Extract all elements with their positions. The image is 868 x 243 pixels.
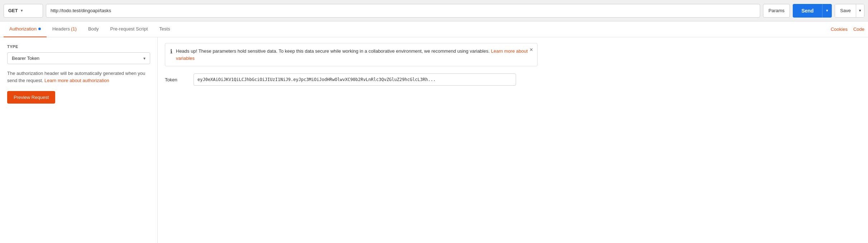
tab-headers[interactable]: Headers (1) bbox=[47, 22, 82, 37]
url-input[interactable] bbox=[46, 4, 760, 18]
main-content: TYPE Bearer Token ▾ The authorization he… bbox=[0, 37, 868, 243]
save-button[interactable]: Save bbox=[835, 4, 856, 18]
send-button[interactable]: Send bbox=[793, 4, 822, 18]
right-panel: ℹ Heads up! These parameters hold sensit… bbox=[158, 37, 868, 243]
tab-headers-label: Headers bbox=[52, 26, 70, 32]
code-link[interactable]: Code bbox=[853, 27, 864, 32]
tab-body-label: Body bbox=[88, 26, 99, 32]
alert-message: Heads up! These parameters hold sensitiv… bbox=[176, 48, 490, 54]
type-chevron-icon: ▾ bbox=[143, 56, 146, 61]
token-row: Token bbox=[165, 73, 861, 86]
send-button-group: Send ▾ bbox=[793, 4, 832, 18]
top-bar: GET ▾ Params Send ▾ Save ▾ bbox=[0, 0, 868, 22]
tab-body[interactable]: Body bbox=[82, 22, 105, 37]
token-label: Token bbox=[165, 77, 186, 82]
tab-pre-request-label: Pre-request Script bbox=[110, 26, 148, 32]
token-input[interactable] bbox=[194, 73, 516, 86]
method-dropdown[interactable]: GET ▾ bbox=[4, 4, 43, 18]
tab-tests-label: Tests bbox=[159, 26, 170, 32]
method-label: GET bbox=[8, 8, 18, 13]
type-label: TYPE bbox=[7, 44, 150, 49]
type-select[interactable]: Bearer Token ▾ bbox=[7, 52, 150, 64]
method-chevron-icon: ▾ bbox=[21, 9, 23, 13]
alert-box: ℹ Heads up! These parameters hold sensit… bbox=[165, 43, 538, 66]
preview-request-button[interactable]: Preview Request bbox=[7, 91, 55, 104]
cookies-link[interactable]: Cookies bbox=[831, 27, 848, 32]
type-value: Bearer Token bbox=[12, 56, 39, 61]
alert-close-button[interactable]: × bbox=[530, 47, 533, 53]
tab-tests[interactable]: Tests bbox=[153, 22, 176, 37]
left-panel: TYPE Bearer Token ▾ The authorization he… bbox=[0, 37, 158, 243]
alert-text: Heads up! These parameters hold sensitiv… bbox=[176, 48, 532, 62]
save-button-group: Save ▾ bbox=[835, 4, 864, 18]
save-dropdown-button[interactable]: ▾ bbox=[856, 4, 864, 18]
headers-badge: (1) bbox=[71, 26, 77, 32]
auth-description: The authorization header will be automat… bbox=[7, 70, 150, 84]
tab-pre-request[interactable]: Pre-request Script bbox=[105, 22, 154, 37]
tab-authorization-label: Authorization bbox=[9, 26, 37, 32]
tab-authorization[interactable]: Authorization bbox=[4, 22, 47, 37]
tabs-bar: Authorization Headers (1) Body Pre-reque… bbox=[0, 22, 868, 37]
tabs-right: Cookies Code bbox=[831, 27, 864, 32]
send-dropdown-button[interactable]: ▾ bbox=[822, 4, 832, 18]
authorization-dot bbox=[38, 28, 41, 30]
learn-more-link[interactable]: Learn more about authorization bbox=[44, 78, 109, 83]
params-button[interactable]: Params bbox=[763, 4, 790, 18]
alert-icon: ℹ bbox=[170, 48, 172, 55]
